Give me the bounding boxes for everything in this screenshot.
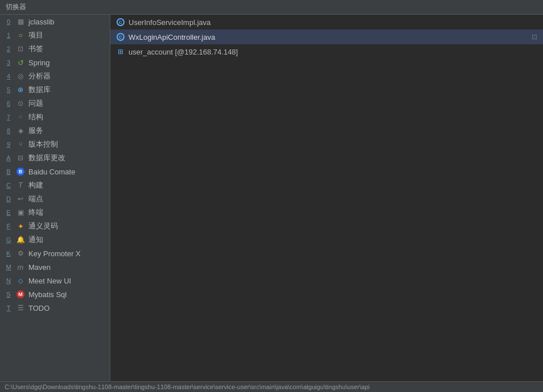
sidebar-item-label: Mybatis Sql xyxy=(28,290,67,299)
title-bar: 切换器 xyxy=(0,0,543,15)
sidebar-item-Maven[interactable]: MmMaven xyxy=(0,260,110,274)
mybatis-icon: M xyxy=(16,290,25,299)
build-icon: T xyxy=(16,181,25,190)
status-path: C:\Users\dgq\Downloads\tingshu-1108-mast… xyxy=(5,383,370,390)
sidebar-item-label: 数据库 xyxy=(28,85,51,95)
sidebar-item-label: 端点 xyxy=(28,194,43,204)
sidebar-item-label: 数据库更改 xyxy=(28,153,65,163)
table-icon: ⊞ xyxy=(116,47,125,56)
sidebar-item-label: 分析器 xyxy=(28,71,51,81)
sidebar-item-label: 问题 xyxy=(28,98,43,109)
tongyiling-icon: ✦ xyxy=(16,222,25,231)
sidebar-item-label: 通义灵码 xyxy=(28,221,58,231)
shortcut-key: S xyxy=(5,291,13,298)
sidebar: 0▦jclasslib1○项目2⊡书签3↺Spring4◎分析器5⊕数据库6⊙问… xyxy=(0,15,110,381)
sidebar-item-label: Maven xyxy=(28,263,51,272)
sidebar-item-label: jclasslib xyxy=(28,18,55,26)
shortcut-key: M xyxy=(5,264,13,270)
sidebar-item-label: 构建 xyxy=(28,180,43,190)
sidebar-item-Baidu Comate[interactable]: BBBaidu Comate xyxy=(0,165,110,178)
shortcut-key: 5 xyxy=(5,86,13,93)
file-item[interactable]: CUserInfoServiceImpl.java xyxy=(110,15,543,30)
database-icon: ⊕ xyxy=(16,85,25,94)
sidebar-item-分析器[interactable]: 4◎分析器 xyxy=(0,69,110,83)
shortcut-key: 1 xyxy=(5,32,13,39)
sidebar-item-问题[interactable]: 6⊙问题 xyxy=(0,97,110,110)
maven-icon: m xyxy=(16,262,25,272)
c-circle-icon: C xyxy=(116,32,125,41)
shortcut-key: 2 xyxy=(5,45,13,52)
sidebar-item-label: 版本控制 xyxy=(28,139,58,149)
sidebar-item-结构[interactable]: 7⁘结构 xyxy=(0,110,110,124)
sidebar-item-通知[interactable]: G🔔通知 xyxy=(0,233,110,247)
sidebar-item-构建[interactable]: CT构建 xyxy=(0,178,110,192)
terminal-icon: ▣ xyxy=(16,208,25,217)
shortcut-key: T xyxy=(5,305,13,311)
shortcut-key: B xyxy=(5,168,13,175)
sidebar-item-label: 项目 xyxy=(28,30,43,40)
sidebar-item-Key Promoter X[interactable]: K⚙Key Promoter X xyxy=(0,247,110,260)
sidebar-item-服务[interactable]: 8◈服务 xyxy=(0,124,110,137)
sidebar-item-通义灵码[interactable]: F✦通义灵码 xyxy=(0,219,110,233)
sidebar-item-终端[interactable]: E▣终端 xyxy=(0,206,110,219)
shortcut-key: F xyxy=(5,223,13,230)
split-icon[interactable]: ⊡ xyxy=(532,33,537,41)
status-bar: C:\Users\dgq\Downloads\tingshu-1108-mast… xyxy=(0,381,543,392)
shortcut-key: 9 xyxy=(5,141,13,148)
notify-icon: 🔔 xyxy=(16,235,25,244)
sidebar-item-TODO[interactable]: T☰TODO xyxy=(0,301,110,315)
todo-icon: ☰ xyxy=(16,303,25,312)
shortcut-key: 6 xyxy=(5,100,13,107)
title-text: 切换器 xyxy=(6,3,26,11)
clock-icon: ⊙ xyxy=(16,99,25,108)
sidebar-item-Meet New UI[interactable]: N◇Meet New UI xyxy=(0,274,110,287)
main-container: 0▦jclasslib1○项目2⊡书签3↺Spring4◎分析器5⊕数据库6⊙问… xyxy=(0,15,543,381)
file-name: UserInfoServiceImpl.java xyxy=(129,18,211,27)
analyzer-icon: ◎ xyxy=(16,72,25,81)
structure-icon: ⁘ xyxy=(16,112,25,122)
keypromoter-icon: ⚙ xyxy=(16,249,25,258)
grid-icon: ▦ xyxy=(16,17,25,26)
sidebar-item-label: 服务 xyxy=(28,126,43,136)
shortcut-key: C xyxy=(5,182,13,189)
endpoint-icon: ↩ xyxy=(16,194,25,203)
sidebar-item-label: 结构 xyxy=(28,112,43,122)
sidebar-item-jclasslib[interactable]: 0▦jclasslib xyxy=(0,15,110,28)
sidebar-item-label: Baidu Comate xyxy=(28,168,75,176)
vcs-icon: ⑂ xyxy=(16,140,25,149)
sidebar-item-Spring[interactable]: 3↺Spring xyxy=(0,56,110,69)
sidebar-item-版本控制[interactable]: 9⑂版本控制 xyxy=(0,137,110,151)
sidebar-item-label: TODO xyxy=(28,304,49,312)
shortcut-key: N xyxy=(5,277,13,284)
c-circle-icon: C xyxy=(116,18,125,27)
shortcut-key: 0 xyxy=(5,18,13,25)
spring-icon: ↺ xyxy=(16,58,25,67)
sidebar-item-label: Spring xyxy=(28,59,50,67)
db-changes-icon: ⊟ xyxy=(16,153,25,162)
shortcut-key: E xyxy=(5,209,13,216)
sidebar-item-端点[interactable]: D↩端点 xyxy=(0,192,110,206)
service-icon: ◈ xyxy=(16,126,25,135)
baidu-icon: B xyxy=(16,167,25,176)
bookmark-icon: ⊡ xyxy=(16,44,25,53)
content-area: CUserInfoServiceImpl.javaCWxLoginApiCont… xyxy=(110,15,543,381)
sidebar-item-label: Meet New UI xyxy=(28,277,71,285)
folder-icon: ○ xyxy=(16,31,25,40)
shortcut-key: 4 xyxy=(5,73,13,80)
file-name: WxLoginApiController.java xyxy=(129,33,215,41)
sidebar-item-数据库更改[interactable]: A⊟数据库更改 xyxy=(0,151,110,165)
newui-icon: ◇ xyxy=(16,276,25,285)
shortcut-key: 7 xyxy=(5,114,13,120)
sidebar-item-书签[interactable]: 2⊡书签 xyxy=(0,42,110,56)
sidebar-item-Mybatis Sql[interactable]: SMMybatis Sql xyxy=(0,287,110,301)
shortcut-key: G xyxy=(5,236,13,243)
file-item[interactable]: CWxLoginApiController.java⊡ xyxy=(110,30,543,44)
file-name: user_account [@192.168.74.148] xyxy=(129,48,238,56)
sidebar-item-项目[interactable]: 1○项目 xyxy=(0,28,110,42)
shortcut-key: D xyxy=(5,195,13,202)
shortcut-key: K xyxy=(5,250,13,257)
file-item[interactable]: ⊞user_account [@192.168.74.148] xyxy=(110,44,543,59)
sidebar-item-label: 终端 xyxy=(28,207,43,218)
sidebar-item-数据库[interactable]: 5⊕数据库 xyxy=(0,83,110,97)
shortcut-key: 3 xyxy=(5,59,13,66)
